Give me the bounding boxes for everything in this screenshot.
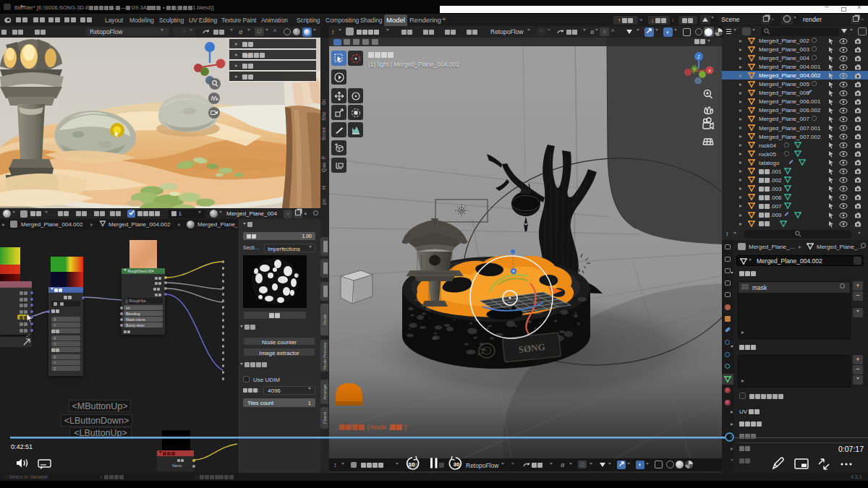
svg-text:Z: Z bbox=[697, 54, 701, 59]
svg-text:30: 30 bbox=[454, 461, 460, 468]
svg-text:Y: Y bbox=[693, 67, 696, 72]
svg-text:10: 10 bbox=[409, 461, 415, 468]
svg-text:X: X bbox=[708, 69, 711, 73]
